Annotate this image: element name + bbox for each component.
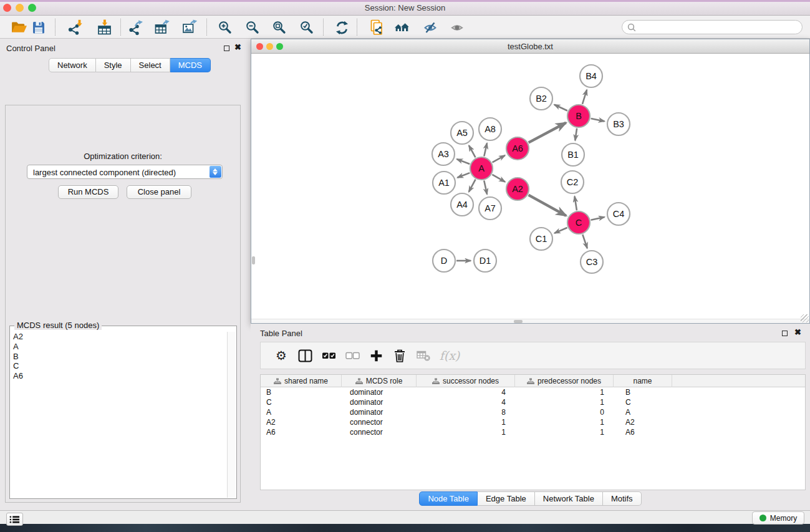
task-history-button[interactable]	[6, 513, 23, 526]
column-visibility-button[interactable]	[293, 346, 317, 365]
network-vscroll-thumb[interactable]	[252, 256, 255, 264]
mcds-result-item[interactable]: A6	[11, 371, 227, 381]
cell: B	[261, 387, 342, 397]
edge-A6-B[interactable]	[529, 123, 566, 143]
zoom-out-icon	[245, 20, 260, 35]
edge-A2-C[interactable]	[529, 195, 566, 216]
import-table-button[interactable]	[95, 18, 114, 37]
import-network-button[interactable]	[65, 18, 84, 37]
search-field[interactable]	[622, 20, 803, 34]
zoom-fit-button[interactable]	[270, 18, 289, 37]
result-scrollbar[interactable]	[227, 332, 236, 498]
delete-column-button[interactable]	[388, 346, 412, 365]
float-table-panel-icon[interactable]	[782, 331, 788, 336]
edge-B-B1[interactable]	[575, 128, 577, 140]
edge-C-C4[interactable]	[591, 217, 605, 220]
column-header-shared-name[interactable]: shared name	[261, 375, 342, 387]
create-column-button[interactable]	[364, 346, 388, 365]
tab-network-table[interactable]: Network Table	[535, 491, 603, 506]
edge-B-B2[interactable]	[554, 105, 567, 111]
network-canvas[interactable]: B4B2BB3A8A5A6A3B1AC2A1A2A4A7C4CC1DD1C3	[251, 54, 809, 319]
edge-A-A8[interactable]	[484, 143, 487, 156]
edge-C-C1[interactable]	[554, 228, 567, 233]
edge-A-A5[interactable]	[469, 145, 475, 157]
split-view-icon	[298, 349, 312, 362]
refresh-icon	[334, 20, 350, 36]
table-row-b[interactable]: Bdominator41B	[261, 387, 805, 397]
select-all-icon	[322, 351, 336, 360]
tab-motifs[interactable]: Motifs	[603, 491, 642, 506]
search-input[interactable]	[637, 22, 802, 33]
table-row-a2[interactable]: A2connector11A2	[261, 417, 805, 427]
network-hscroll-thumb[interactable]	[514, 320, 523, 323]
table-row-a[interactable]: Adominator80A	[261, 407, 805, 417]
edge-C-C3[interactable]	[582, 235, 587, 248]
attribute-tree-icon	[527, 378, 534, 385]
table-row-c[interactable]: Cdominator41C	[261, 397, 805, 407]
mcds-result-item[interactable]: A2	[11, 332, 227, 342]
cell: connector	[342, 417, 417, 427]
save-session-button[interactable]	[29, 18, 48, 37]
edge-B-B3[interactable]	[591, 118, 605, 121]
control-panel-title: Control Panel	[6, 44, 55, 53]
run-mcds-button[interactable]: Run MCDS	[58, 185, 118, 199]
cell: connector	[342, 427, 417, 437]
mcds-result-title: MCDS result (5 nodes)	[14, 321, 102, 330]
tab-network[interactable]: Network	[49, 58, 96, 72]
mcds-result-item[interactable]: A	[11, 342, 227, 352]
edge-A-A7[interactable]	[484, 181, 487, 195]
close-table-panel-icon[interactable]: ✖	[794, 327, 801, 337]
zoom-selected-button[interactable]	[297, 18, 316, 37]
memory-button[interactable]: Memory	[752, 511, 804, 525]
edge-A-A1[interactable]	[457, 173, 470, 178]
memory-label: Memory	[770, 514, 797, 523]
float-panel-icon[interactable]	[224, 46, 229, 51]
toolbar-separator	[120, 19, 121, 36]
refresh-button[interactable]	[332, 18, 351, 37]
network-hscroll[interactable]	[251, 319, 809, 323]
edge-B-B4[interactable]	[582, 90, 587, 104]
tab-node-table[interactable]: Node Table	[419, 491, 478, 506]
tab-edge-table[interactable]: Edge Table	[478, 491, 535, 506]
table-row-a6[interactable]: A6connector11A6	[261, 427, 805, 437]
export-table-button[interactable]	[153, 18, 171, 37]
edge-A-A2[interactable]	[492, 175, 505, 182]
tab-select[interactable]: Select	[131, 58, 170, 72]
close-panel-button[interactable]: Close panel	[127, 185, 191, 199]
deselect-all-button[interactable]	[340, 346, 364, 365]
column-header-name[interactable]: name	[614, 375, 672, 387]
table-settings-button[interactable]: ⚙	[269, 346, 293, 365]
resize-grip-icon[interactable]	[801, 314, 809, 322]
hide-selected-button[interactable]	[421, 18, 440, 37]
column-header-successor-nodes[interactable]: successor nodes	[417, 375, 515, 387]
mcds-result-item[interactable]: B	[11, 352, 227, 362]
function-builder-button[interactable]: f(x)	[435, 346, 464, 365]
edge-A-A4[interactable]	[469, 180, 476, 192]
column-header-mcds-role[interactable]: MCDS role	[342, 375, 417, 387]
cell: 4	[417, 397, 515, 407]
zoom-in-button[interactable]	[216, 18, 234, 37]
edge-C-C2[interactable]	[574, 196, 576, 211]
select-all-button[interactable]	[317, 346, 340, 365]
export-image-button[interactable]	[181, 18, 200, 37]
open-session-button[interactable]	[9, 18, 28, 37]
edge-A-A6[interactable]	[493, 155, 505, 162]
node-label-A2: A2	[512, 184, 523, 194]
node-label-C3: C3	[586, 257, 598, 267]
first-neighbors-button[interactable]	[393, 18, 412, 37]
column-header-predecessor-nodes[interactable]: predecessor nodes	[515, 375, 614, 387]
new-network-from-selection-button[interactable]	[368, 18, 387, 37]
show-all-button[interactable]	[448, 18, 466, 37]
criterion-dropdown[interactable]: largest connected component (directed)	[27, 165, 223, 179]
mcds-result-groupbox: MCDS result (5 nodes) A2ABCA6	[9, 326, 237, 499]
mcds-result-item[interactable]: C	[11, 361, 227, 371]
zoom-out-button[interactable]	[243, 18, 262, 37]
node-label-B2: B2	[536, 94, 547, 104]
toolbar-separator	[55, 19, 55, 36]
close-panel-icon[interactable]: ✖	[234, 42, 241, 52]
edge-A-A3[interactable]	[457, 159, 470, 164]
export-network-button[interactable]	[127, 18, 145, 37]
delete-table-button[interactable]	[412, 346, 435, 365]
tab-style[interactable]: Style	[96, 58, 131, 72]
tab-mcds[interactable]: MCDS	[170, 58, 211, 72]
